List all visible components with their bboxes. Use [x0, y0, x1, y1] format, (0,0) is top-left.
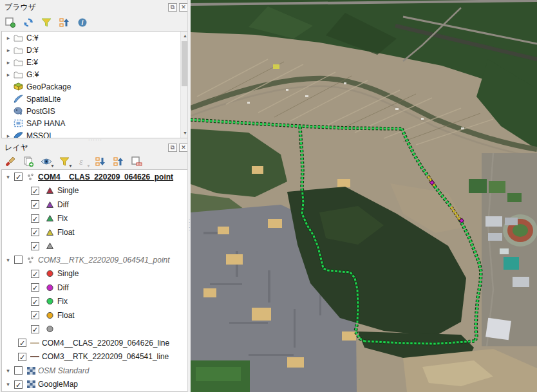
- circle-marker-icon: [45, 270, 54, 278]
- folder-icon: [12, 70, 24, 80]
- browser-panel-titlebar: ブラウザ ⧉ ✕: [0, 0, 191, 14]
- layer-row-osm-standard[interactable]: ▾ OSM Standard: [2, 364, 187, 378]
- mssql-icon: [12, 131, 24, 139]
- layer-row-com3-point[interactable]: ▾ COM3__RTK_2220209_064541_point: [2, 253, 187, 267]
- legend-row-fix[interactable]: ✓ Fix: [2, 212, 187, 226]
- browser-item-spatialite[interactable]: SpatiaLite: [2, 93, 189, 105]
- open-layer-styling-button[interactable]: [3, 154, 18, 169]
- layer-checkbox[interactable]: [14, 366, 23, 375]
- chevron-right-icon[interactable]: ▸: [5, 133, 12, 139]
- legend-checkbox[interactable]: ✓: [31, 214, 39, 223]
- legend-row-single[interactable]: ✓ Single: [2, 184, 187, 198]
- chevron-down-icon: ▼: [86, 163, 91, 168]
- legend-row-diff[interactable]: ✓ Diff: [2, 281, 187, 295]
- browser-close-button[interactable]: ✕: [179, 3, 188, 12]
- layer-row-googlemap[interactable]: ▾ ✓ GoogleMap: [2, 378, 187, 392]
- chevron-down-icon[interactable]: ▾: [4, 381, 12, 387]
- point-layer-icon: [26, 256, 36, 265]
- add-layer-definition-button[interactable]: [3, 15, 18, 30]
- legend-checkbox[interactable]: ✓: [31, 187, 39, 195]
- postgis-elephant-icon: [12, 106, 24, 117]
- filter-icon: [41, 17, 52, 28]
- browser-item-postgis[interactable]: PostGIS: [2, 105, 189, 117]
- browser-item-d-drive[interactable]: ▸ D:¥: [2, 44, 189, 56]
- refresh-button[interactable]: [21, 15, 36, 30]
- browser-item-sap-hana[interactable]: SAP HANA: [2, 117, 189, 129]
- legend-row-float[interactable]: ✓ Float: [2, 308, 187, 322]
- layer-label: COM3__RTK_2220209_064541_line: [42, 352, 169, 361]
- chevron-down-icon: ▼: [68, 163, 73, 168]
- browser-item-geopackage[interactable]: GeoPackage: [2, 80, 189, 93]
- legend-checkbox[interactable]: ✓: [31, 200, 39, 209]
- filter-by-expression-button[interactable]: ε ▼: [75, 154, 90, 169]
- browser-item-mssql[interactable]: ▸ MSSQL: [2, 129, 189, 138]
- chevron-right-icon[interactable]: ▸: [5, 47, 12, 53]
- legend-row-float[interactable]: ✓ Float: [2, 225, 187, 239]
- legend-row-other[interactable]: ✓: [2, 239, 187, 254]
- layer-row-com3-line[interactable]: ✓ COM3__RTK_2220209_064541_line: [2, 350, 187, 364]
- layer-row-com4-line[interactable]: ✓ COM4__CLAS_220209_064626_line: [2, 336, 187, 350]
- chevron-down-icon[interactable]: ▾: [4, 257, 12, 263]
- folder-icon: [12, 33, 24, 43]
- layers-float-button[interactable]: ⧉: [168, 144, 177, 152]
- legend-checkbox[interactable]: ✓: [31, 311, 39, 319]
- legend-checkbox[interactable]: ✓: [31, 283, 39, 292]
- legend-row-diff[interactable]: ✓ Diff: [2, 198, 187, 212]
- add-group-button[interactable]: [21, 154, 36, 169]
- line-layer-icon: [30, 352, 40, 361]
- layer-label: GoogleMap: [38, 380, 78, 389]
- collapse-all-button[interactable]: [57, 15, 72, 30]
- svg-text:i: i: [82, 19, 84, 26]
- chevron-right-icon[interactable]: ▸: [5, 71, 12, 78]
- qgis-window: ブラウザ ⧉ ✕: [0, 0, 537, 392]
- legend-checkbox[interactable]: ✓: [31, 325, 39, 333]
- browser-item-e-drive[interactable]: ▸ E:¥: [2, 56, 189, 68]
- browser-toolbar: i: [0, 14, 191, 31]
- legend-checkbox[interactable]: ✓: [31, 242, 39, 250]
- legend-row-other[interactable]: ✓: [2, 322, 187, 337]
- browser-item-g-drive[interactable]: ▸ G:¥: [2, 68, 189, 80]
- layers-toolbar: ▼ ▼ ε ▼: [0, 154, 191, 169]
- layer-checkbox[interactable]: ✓: [14, 173, 23, 181]
- legend-checkbox[interactable]: ✓: [31, 228, 39, 236]
- layer-label: COM3__RTK_2220209_064541_point: [38, 256, 170, 265]
- chevron-down-icon[interactable]: ▾: [4, 174, 12, 180]
- expand-all-button[interactable]: [93, 154, 108, 169]
- legend-checkbox[interactable]: ✓: [31, 270, 39, 278]
- line-layer-icon: [30, 339, 40, 348]
- map-canvas[interactable]: [191, 0, 537, 392]
- browser-item-c-drive[interactable]: ▸ C:¥: [2, 32, 189, 44]
- layer-checkbox[interactable]: ✓: [18, 353, 26, 361]
- layer-checkbox[interactable]: ✓: [14, 380, 23, 389]
- triangle-marker-icon: [45, 228, 54, 236]
- expand-all-icon: [95, 156, 106, 167]
- svg-text:ε: ε: [79, 157, 83, 167]
- chevron-right-icon[interactable]: ▸: [5, 59, 12, 66]
- layers-panel-title: レイヤ: [5, 142, 166, 153]
- triangle-marker-icon: [45, 242, 54, 250]
- layer-checkbox[interactable]: ✓: [18, 339, 26, 347]
- layer-row-com4-point[interactable]: ▾ ✓ COM4__CLAS_220209_064626_point: [2, 170, 187, 184]
- folder-icon: [12, 57, 24, 68]
- chevron-down-icon[interactable]: ▾: [4, 368, 12, 374]
- legend-row-fix[interactable]: ✓ Fix: [2, 295, 187, 309]
- layer-label: OSM Standard: [38, 366, 89, 375]
- layer-checkbox[interactable]: [14, 256, 23, 264]
- remove-layer-icon: [131, 156, 142, 167]
- chevron-right-icon[interactable]: ▸: [5, 35, 12, 41]
- filter-browser-button[interactable]: [39, 15, 54, 30]
- satellite-map: [191, 0, 537, 392]
- legend-checkbox[interactable]: ✓: [31, 297, 39, 306]
- circle-marker-icon: [45, 283, 54, 292]
- geopackage-icon: [12, 82, 24, 92]
- collapse-all-button[interactable]: [111, 154, 126, 169]
- circle-marker-icon: [45, 325, 54, 333]
- manage-map-themes-button[interactable]: ▼: [39, 154, 54, 169]
- properties-button[interactable]: i: [75, 15, 90, 30]
- layers-close-button[interactable]: ✕: [179, 144, 188, 152]
- browser-float-button[interactable]: ⧉: [168, 3, 177, 12]
- remove-layer-button[interactable]: [129, 154, 144, 169]
- legend-row-single[interactable]: ✓ Single: [2, 267, 187, 281]
- point-layer-icon: [26, 173, 36, 182]
- filter-legend-button[interactable]: ▼: [57, 154, 72, 169]
